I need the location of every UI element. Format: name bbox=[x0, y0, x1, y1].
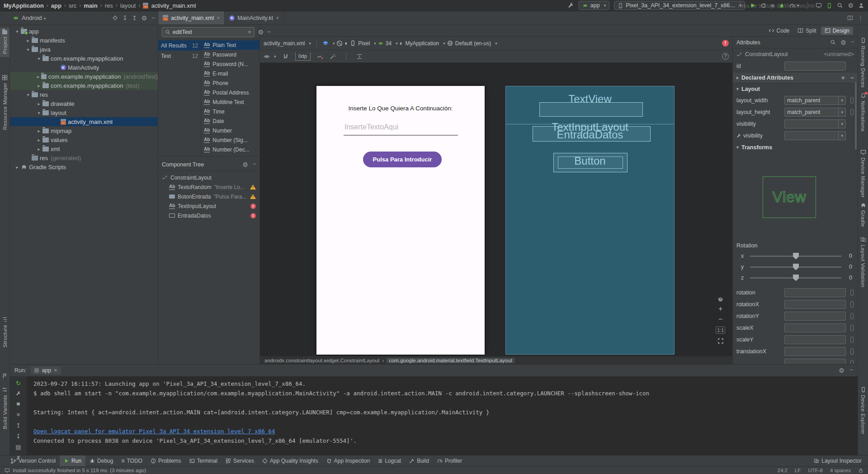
component-constraintlayout[interactable]: ConstraintLayout bbox=[158, 173, 259, 182]
tree-item-res[interactable]: res bbox=[10, 90, 158, 99]
apply-changes-button[interactable] bbox=[760, 3, 766, 9]
tree-item-drawable[interactable]: drawable bbox=[10, 99, 158, 108]
design-canvas[interactable]: Inserte Lo Que Quiera A Continuación: In… bbox=[260, 63, 732, 356]
tool-stripe-device-explorer[interactable]: Device Explorer bbox=[858, 387, 868, 434]
warning-icon[interactable] bbox=[250, 185, 256, 190]
zoom-to-fit-icon[interactable] bbox=[717, 338, 724, 344]
error-count-badge[interactable]: ! bbox=[722, 40, 729, 47]
toolbar-terminal[interactable]: Terminal bbox=[185, 455, 222, 466]
attribute-pick-icon[interactable] bbox=[850, 348, 854, 355]
tree-item-package-test[interactable]: com.example.myapplication(test) bbox=[10, 81, 158, 90]
toolbar-debug[interactable]: Debug bbox=[85, 455, 117, 466]
rotation-z-slider[interactable] bbox=[750, 277, 841, 279]
tree-item-layout[interactable]: layout bbox=[10, 108, 158, 117]
tool-stripe-running-devices[interactable]: Running Devices bbox=[858, 38, 868, 88]
add-attribute-button[interactable]: + bbox=[841, 74, 845, 81]
build-wrench-icon[interactable] bbox=[16, 391, 21, 396]
run-settings-gear-icon[interactable]: ⚙ bbox=[839, 367, 844, 374]
toolbar-build[interactable]: Build bbox=[405, 455, 433, 466]
rotationy-input[interactable] bbox=[784, 312, 846, 321]
lock-icon[interactable] bbox=[858, 468, 863, 473]
breadcrumb-main[interactable]: main bbox=[84, 2, 97, 9]
breadcrumb-res[interactable]: res bbox=[105, 2, 113, 9]
orientation-icon[interactable] bbox=[336, 40, 343, 47]
default-margin-selector[interactable]: 0dp bbox=[295, 52, 311, 61]
attributes-minimize-icon[interactable]: − bbox=[851, 39, 854, 46]
clear-search-icon[interactable]: × bbox=[248, 28, 251, 35]
tool-stripe-structure[interactable]: Structure bbox=[0, 317, 9, 347]
chevron-right-icon[interactable] bbox=[35, 83, 42, 88]
breadcrumb-app[interactable]: app bbox=[51, 2, 61, 9]
tool-stripe-bookmarks[interactable] bbox=[0, 373, 9, 379]
toolbar-logcat[interactable]: ≣Logcat bbox=[374, 455, 405, 466]
collapse-all-icon[interactable]: ↥ bbox=[132, 14, 137, 21]
component-tree-gear-icon[interactable]: ⚙ bbox=[242, 161, 248, 168]
layout-height-combo[interactable]: match_parent bbox=[784, 108, 846, 117]
search-everywhere-icon[interactable] bbox=[837, 2, 843, 9]
chevron-down-icon[interactable] bbox=[35, 56, 42, 61]
blueprint-surface[interactable]: TextView TextInputLayout EntradaDatos Bu… bbox=[505, 86, 675, 355]
stop-icon[interactable]: ■ bbox=[17, 400, 20, 407]
device-for-preview-selector[interactable]: Pixel bbox=[350, 40, 376, 47]
caret-position[interactable]: 24:2 bbox=[778, 468, 788, 473]
tree-item-app[interactable]: app bbox=[10, 27, 158, 36]
design-surface-selector-icon[interactable] bbox=[322, 40, 335, 47]
scroll-down-icon[interactable]: ↧ bbox=[16, 433, 21, 440]
component-entradadatos[interactable]: EntradaDatos! bbox=[158, 211, 259, 220]
toolbar-app-inspection[interactable]: App Inspection bbox=[322, 455, 374, 466]
run-with-coverage-icon[interactable]: ≡ bbox=[771, 2, 774, 9]
tool-stripe-device-manager[interactable]: Device Manager bbox=[858, 149, 868, 198]
toolbar-profiler[interactable]: Profiler bbox=[433, 455, 466, 466]
close-tab-icon[interactable]: × bbox=[276, 15, 279, 21]
design-preview-screen[interactable]: Inserte Lo Que Quiera A Continuación: In… bbox=[316, 86, 485, 355]
attribute-pick-icon[interactable] bbox=[850, 337, 854, 343]
tools-visibility-combo[interactable] bbox=[784, 131, 846, 140]
component-botonentrada[interactable]: BotonEntrada"Pulsa Para... bbox=[158, 192, 259, 201]
translationy-input[interactable] bbox=[784, 359, 846, 364]
tool-stripe-notifications[interactable]: Notifications bbox=[858, 93, 868, 132]
infer-constraints-wand-icon[interactable] bbox=[330, 53, 336, 60]
rerun-icon[interactable]: ↻ bbox=[16, 380, 21, 387]
toolbar-app-quality-insights[interactable]: App Quality Insights bbox=[258, 455, 322, 466]
tree-item-manifests[interactable]: manifests bbox=[10, 36, 158, 45]
component-textinputlayout[interactable]: AbTextInputLayout! bbox=[158, 201, 259, 211]
attribute-pick-icon[interactable] bbox=[850, 289, 854, 296]
scrollbar[interactable] bbox=[855, 82, 857, 150]
breadcrumb-textinputlayout[interactable]: com.google.android.material.textfield.Te… bbox=[387, 358, 514, 363]
slider-handle[interactable] bbox=[793, 264, 799, 270]
tool-stripe-layout-validation[interactable]: Layout Validation bbox=[858, 237, 868, 287]
close-tab-icon[interactable]: × bbox=[54, 367, 57, 374]
mode-design-button[interactable]: Design bbox=[821, 27, 853, 35]
palette-item-postal-address[interactable]: AbPostal Address bbox=[201, 88, 259, 97]
slider-handle[interactable] bbox=[793, 253, 799, 260]
tab-mainactivity-kt[interactable]: K MainActivity.kt × bbox=[225, 11, 284, 24]
project-view-selector[interactable]: Android bbox=[22, 14, 46, 21]
palette-item-number-decimal[interactable]: AbNumber (Dec... bbox=[201, 145, 259, 154]
chevron-down-icon[interactable] bbox=[24, 47, 32, 52]
view-options-eye-icon[interactable] bbox=[264, 53, 276, 60]
tree-item-xml[interactable]: xml bbox=[10, 144, 158, 153]
night-mode-icon[interactable]: ◐ bbox=[344, 40, 348, 47]
palette-search-input[interactable] bbox=[173, 29, 245, 35]
component-textorandom[interactable]: AbTextoRandom"Inserte Lo... bbox=[158, 182, 259, 192]
close-tab-icon[interactable]: × bbox=[217, 15, 220, 21]
pan-hand-icon[interactable] bbox=[717, 295, 724, 302]
tree-item-mainactivity[interactable]: KMainActivity bbox=[10, 63, 158, 72]
attribute-pick-icon[interactable] bbox=[850, 360, 854, 364]
preview-edittext-hint[interactable]: InserteTextoAqui bbox=[344, 123, 398, 131]
breadcrumb-constraintlayout[interactable]: androidx.constraintlayout.widget.Constra… bbox=[264, 358, 379, 363]
breadcrumb-src[interactable]: src bbox=[69, 2, 76, 9]
palette-item-number-signed[interactable]: AbNumber (Sig... bbox=[201, 135, 259, 145]
chevron-right-icon[interactable] bbox=[35, 74, 41, 79]
device-selector[interactable]: Pixel_3a_API_34_extension_level_7_x86… bbox=[614, 1, 745, 10]
run-minimize-icon[interactable]: − bbox=[850, 367, 853, 374]
tree-item-mipmap[interactable]: mipmap bbox=[10, 126, 158, 135]
attributes-search-icon[interactable] bbox=[830, 39, 836, 46]
chevron-right-icon[interactable] bbox=[24, 38, 32, 43]
palette-item-email[interactable]: AbE-mail bbox=[201, 69, 259, 78]
tool-stripe-resource-manager[interactable]: Resource Manager bbox=[0, 75, 9, 130]
error-icon[interactable]: ! bbox=[250, 204, 256, 209]
autoconnect-magnet-icon[interactable] bbox=[283, 53, 289, 60]
chevron-right-icon[interactable] bbox=[35, 128, 42, 133]
palette-category-text[interactable]: Text12 bbox=[158, 51, 201, 61]
